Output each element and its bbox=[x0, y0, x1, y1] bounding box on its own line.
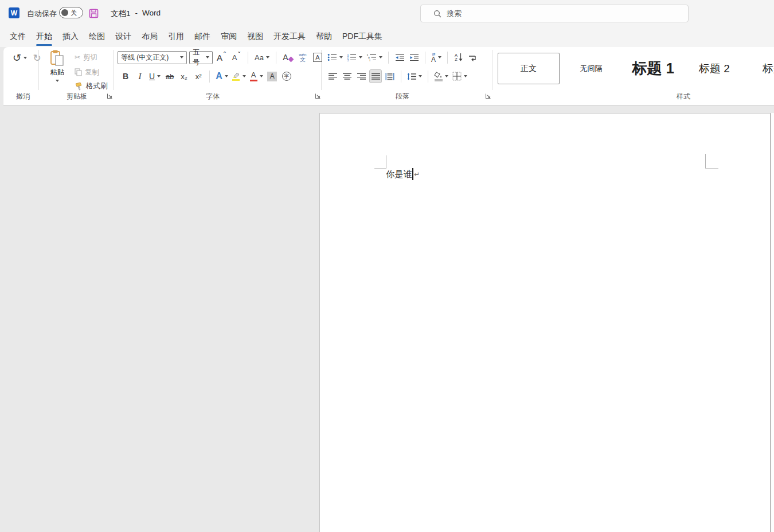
distribute-icon bbox=[385, 73, 394, 80]
line-spacing-button[interactable] bbox=[406, 69, 423, 83]
paste-label: 粘贴 bbox=[45, 68, 70, 77]
bullets-button[interactable] bbox=[326, 50, 344, 64]
format-painter-button[interactable]: 格式刷 bbox=[73, 79, 109, 93]
font-row-2: B I U ab x₂ x² A A A 字 bbox=[119, 69, 293, 84]
paragraph-group-label: 段落 bbox=[380, 92, 425, 101]
tab-design[interactable]: 设计 bbox=[110, 26, 136, 47]
cut-button[interactable]: ✂ 剪切 bbox=[73, 50, 99, 64]
margin-crop-mark bbox=[705, 154, 706, 169]
clipboard-dialog-launcher[interactable] bbox=[107, 93, 113, 99]
autosave-toggle[interactable]: 关 bbox=[59, 7, 83, 18]
save-button[interactable] bbox=[88, 7, 99, 19]
tab-review[interactable]: 审阅 bbox=[216, 26, 242, 47]
undo-button[interactable]: ↺ bbox=[11, 51, 28, 65]
bold-button[interactable]: B bbox=[119, 69, 132, 83]
italic-button[interactable]: I bbox=[134, 69, 146, 83]
align-right-icon bbox=[357, 73, 366, 80]
align-right-button[interactable] bbox=[355, 69, 368, 83]
font-name-combo[interactable]: 等线 (中文正文) bbox=[118, 51, 187, 64]
tab-draw[interactable]: 绘图 bbox=[84, 26, 110, 47]
style-heading-2[interactable]: 标题 2 bbox=[688, 53, 741, 84]
underline-button[interactable]: U bbox=[148, 69, 162, 83]
redo-button[interactable]: ↻ bbox=[31, 51, 44, 65]
shrink-font-button[interactable]: A ˇ bbox=[230, 50, 243, 64]
character-shading-button[interactable]: A bbox=[266, 69, 279, 83]
font-size-combo[interactable]: 五号 bbox=[189, 51, 213, 64]
chevron-down-icon bbox=[379, 56, 382, 58]
tab-file[interactable]: 文件 bbox=[5, 26, 31, 47]
copy-button[interactable]: 复制 bbox=[73, 65, 100, 79]
style-label: 正文 bbox=[521, 64, 537, 74]
paste-button[interactable]: 粘贴 bbox=[45, 49, 70, 82]
highlight-button[interactable] bbox=[231, 69, 247, 83]
search-input[interactable] bbox=[447, 9, 664, 18]
decrease-indent-button[interactable] bbox=[393, 50, 406, 64]
font-group-label: 字体 bbox=[190, 92, 236, 101]
superscript-label: x² bbox=[196, 72, 202, 81]
tab-references[interactable]: 引用 bbox=[163, 26, 189, 47]
scrollbar-track[interactable] bbox=[771, 113, 774, 532]
align-center-button[interactable] bbox=[341, 69, 353, 83]
chevron-down-icon bbox=[206, 56, 209, 58]
copy-label: 复制 bbox=[85, 68, 99, 77]
borders-button[interactable] bbox=[451, 69, 468, 83]
word-logo-icon: W bbox=[9, 7, 19, 18]
character-border-button[interactable]: A bbox=[311, 50, 324, 64]
tab-label: 引用 bbox=[168, 32, 184, 42]
asian-layout-button[interactable]: ⇄ A bbox=[430, 50, 443, 64]
font-color-button[interactable]: A bbox=[249, 69, 264, 83]
show-hide-marks-button[interactable] bbox=[467, 50, 479, 64]
tab-label: 开始 bbox=[36, 32, 52, 42]
style-heading-3[interactable]: 标题 3 bbox=[763, 53, 774, 84]
subscript-label: x₂ bbox=[181, 72, 187, 81]
tab-developer[interactable]: 开发工具 bbox=[268, 26, 311, 47]
phonetic-guide-button[interactable]: wén 文 bbox=[296, 50, 309, 64]
shrink-font-label: A bbox=[232, 54, 237, 61]
tab-home[interactable]: 开始 bbox=[31, 26, 57, 47]
multilevel-list-button[interactable]: 1ai bbox=[365, 50, 384, 64]
tab-label: 帮助 bbox=[316, 32, 332, 42]
shading-button[interactable] bbox=[433, 69, 449, 83]
document-name: 文档1 bbox=[111, 9, 131, 19]
enclose-characters-button[interactable]: 字 bbox=[280, 69, 293, 83]
tab-help[interactable]: 帮助 bbox=[311, 26, 337, 47]
text-effects-button[interactable]: A bbox=[214, 69, 229, 83]
document-page[interactable]: 你是谁 ↵ bbox=[319, 113, 771, 532]
chevron-down-icon bbox=[56, 80, 59, 82]
paragraph-mark-icon: ↵ bbox=[414, 170, 420, 178]
svg-text:3: 3 bbox=[347, 58, 349, 61]
align-left-button[interactable] bbox=[326, 69, 339, 83]
grow-font-button[interactable]: A ˆ bbox=[215, 50, 228, 64]
chevron-down-icon bbox=[180, 56, 183, 58]
subscript-button[interactable]: x₂ bbox=[178, 69, 190, 83]
app-name: Word bbox=[142, 9, 161, 19]
tab-insert[interactable]: 插入 bbox=[57, 26, 84, 47]
style-normal[interactable]: 正文 bbox=[498, 53, 560, 84]
title-separator: - bbox=[135, 9, 138, 19]
tab-layout[interactable]: 布局 bbox=[136, 26, 163, 47]
style-no-spacing[interactable]: 无间隔 bbox=[565, 53, 617, 84]
tab-pdf-tools[interactable]: PDF工具集 bbox=[337, 26, 388, 47]
superscript-button[interactable]: x² bbox=[192, 69, 205, 83]
change-case-button[interactable]: Aa bbox=[253, 50, 271, 64]
sort-arrow-icon bbox=[459, 53, 463, 61]
strikethrough-button[interactable]: ab bbox=[163, 69, 176, 83]
clear-formatting-button[interactable]: A bbox=[282, 50, 294, 64]
align-center-icon bbox=[343, 73, 351, 80]
increase-indent-button[interactable] bbox=[408, 50, 420, 64]
distribute-button[interactable] bbox=[384, 69, 396, 83]
sort-button[interactable]: A Z bbox=[452, 50, 465, 64]
asian-layout-icon: ⇄ A bbox=[431, 52, 436, 63]
paragraph-dialog-launcher[interactable] bbox=[485, 93, 491, 99]
show-hide-marks-icon bbox=[468, 54, 478, 61]
search-box[interactable] bbox=[420, 5, 689, 22]
justify-button[interactable] bbox=[369, 69, 382, 83]
tab-view[interactable]: 视图 bbox=[242, 26, 268, 47]
underline-label: U bbox=[149, 72, 155, 81]
tab-mailings[interactable]: 邮件 bbox=[189, 26, 216, 47]
document-text[interactable]: 你是谁 bbox=[386, 169, 413, 180]
style-heading-1[interactable]: 标题 1 bbox=[622, 53, 684, 84]
search-icon bbox=[433, 10, 441, 18]
font-dialog-launcher[interactable] bbox=[315, 93, 321, 99]
numbering-button[interactable]: 123 bbox=[346, 50, 363, 64]
